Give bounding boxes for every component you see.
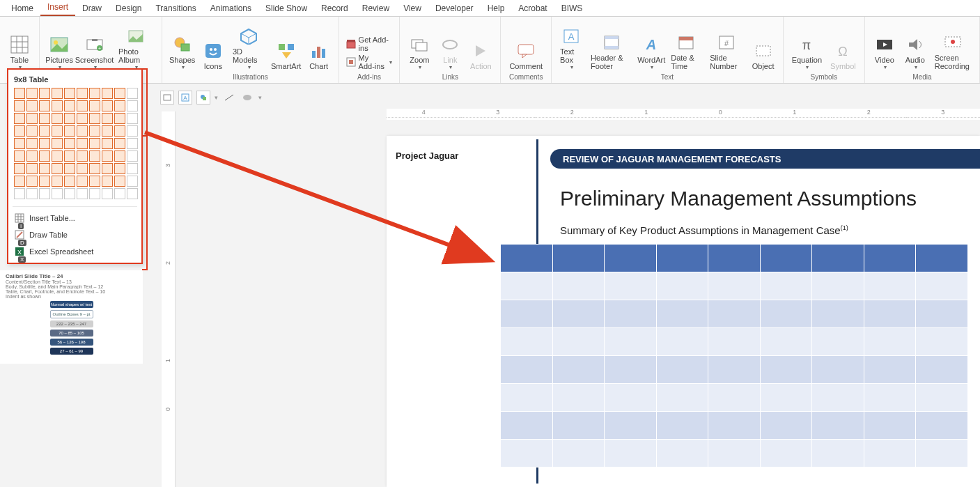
table-cell[interactable] — [501, 245, 553, 272]
table-cell[interactable] — [552, 272, 605, 300]
equation-button[interactable]: πEquation — [788, 33, 826, 72]
tab-record[interactable]: Record — [314, 1, 355, 16]
table-button[interactable]: Table — [4, 33, 35, 72]
grid-cell[interactable] — [14, 125, 25, 137]
tab-biws[interactable]: BIWS — [554, 1, 590, 16]
table-cell[interactable] — [916, 300, 968, 328]
grid-cell[interactable] — [77, 150, 88, 162]
pictures-button[interactable]: Pictures — [44, 33, 75, 72]
table-cell[interactable] — [812, 272, 864, 300]
table-cell[interactable] — [656, 356, 708, 384]
table-cell[interactable] — [605, 440, 657, 467]
table-cell[interactable] — [864, 412, 916, 440]
table-cell[interactable] — [708, 300, 761, 328]
grid-cell[interactable] — [52, 188, 63, 199]
draw-table-item[interactable]: Draw Table D — [13, 226, 137, 243]
table-cell[interactable] — [501, 440, 553, 467]
grid-cell[interactable] — [14, 188, 25, 199]
grid-cell[interactable] — [39, 176, 50, 187]
grid-cell[interactable] — [77, 188, 88, 199]
table-cell[interactable] — [656, 412, 708, 440]
table-cell[interactable] — [916, 245, 968, 272]
grid-cell[interactable] — [89, 100, 100, 111]
grid-cell[interactable] — [26, 188, 38, 199]
grid-cell[interactable] — [77, 125, 88, 137]
grid-cell[interactable] — [64, 150, 75, 162]
grid-cell[interactable] — [102, 138, 113, 149]
tab-transitions[interactable]: Transitions — [148, 1, 203, 16]
screenshot-button[interactable]: + Screenshot — [75, 33, 114, 72]
tab-insert[interactable]: Insert — [40, 0, 75, 16]
grid-cell[interactable] — [114, 163, 125, 174]
table-cell[interactable] — [656, 300, 708, 328]
grid-cell[interactable] — [89, 113, 100, 124]
table-cell[interactable] — [552, 300, 605, 328]
table-cell[interactable] — [605, 300, 657, 328]
table-cell[interactable] — [708, 412, 761, 440]
table-cell[interactable] — [605, 412, 657, 440]
tab-acrobat[interactable]: Acrobat — [511, 1, 554, 16]
table-cell[interactable] — [864, 384, 916, 412]
table-size-grid[interactable] — [13, 88, 137, 203]
grid-cell[interactable] — [127, 100, 138, 111]
tab-home[interactable]: Home — [4, 1, 40, 16]
table-cell[interactable] — [552, 384, 605, 412]
grid-cell[interactable] — [26, 88, 38, 99]
grid-cell[interactable] — [26, 113, 38, 124]
grid-cell[interactable] — [64, 188, 75, 199]
table-cell[interactable] — [708, 356, 761, 384]
grid-cell[interactable] — [77, 176, 88, 187]
table-cell[interactable] — [605, 384, 657, 412]
textbox-button[interactable]: AText Box — [556, 25, 586, 72]
grid-cell[interactable] — [64, 163, 75, 174]
grid-cell[interactable] — [89, 176, 100, 187]
grid-cell[interactable] — [127, 138, 138, 149]
grid-cell[interactable] — [64, 125, 75, 137]
table-cell[interactable] — [552, 245, 605, 272]
table-cell[interactable] — [812, 356, 864, 384]
table-cell[interactable] — [656, 245, 708, 272]
qat-oval[interactable] — [240, 91, 254, 105]
grid-cell[interactable] — [77, 100, 88, 111]
table-cell[interactable] — [916, 440, 968, 467]
grid-cell[interactable] — [14, 88, 25, 99]
grid-cell[interactable] — [14, 176, 25, 187]
table-cell[interactable] — [760, 245, 812, 272]
tab-design[interactable]: Design — [109, 1, 148, 16]
grid-cell[interactable] — [102, 176, 113, 187]
tab-review[interactable]: Review — [355, 1, 396, 16]
table-cell[interactable] — [708, 384, 761, 412]
table-cell[interactable] — [708, 328, 761, 356]
grid-cell[interactable] — [52, 100, 63, 111]
tab-view[interactable]: View — [396, 1, 428, 16]
grid-cell[interactable] — [26, 176, 38, 187]
grid-cell[interactable] — [39, 100, 50, 111]
table-cell[interactable] — [916, 328, 968, 356]
grid-cell[interactable] — [77, 88, 88, 99]
tab-help[interactable]: Help — [481, 1, 512, 16]
table-cell[interactable] — [916, 356, 968, 384]
table-cell[interactable] — [656, 272, 708, 300]
models-button[interactable]: 3D Models — [228, 25, 269, 72]
table-cell[interactable] — [501, 356, 553, 384]
action-button[interactable]: Action — [465, 40, 496, 72]
table-cell[interactable] — [552, 440, 605, 467]
table-cell[interactable] — [708, 440, 761, 467]
grid-cell[interactable] — [14, 100, 25, 111]
table-cell[interactable] — [760, 440, 812, 467]
qat-caret[interactable]: ▾ — [215, 94, 218, 101]
grid-cell[interactable] — [14, 113, 25, 124]
grid-cell[interactable] — [39, 125, 50, 137]
tab-slideshow[interactable]: Slide Show — [258, 1, 314, 16]
shapes-button[interactable]: Shapes — [166, 33, 198, 72]
grid-cell[interactable] — [26, 150, 38, 162]
table-cell[interactable] — [916, 272, 968, 300]
table-cell[interactable] — [656, 384, 708, 412]
qat-line[interactable] — [222, 91, 236, 105]
table-cell[interactable] — [864, 440, 916, 467]
grid-cell[interactable] — [26, 138, 38, 149]
object-button[interactable]: Object — [748, 40, 779, 72]
smartart-button[interactable]: SmartArt — [269, 40, 304, 72]
grid-cell[interactable] — [14, 150, 25, 162]
grid-cell[interactable] — [52, 125, 63, 137]
